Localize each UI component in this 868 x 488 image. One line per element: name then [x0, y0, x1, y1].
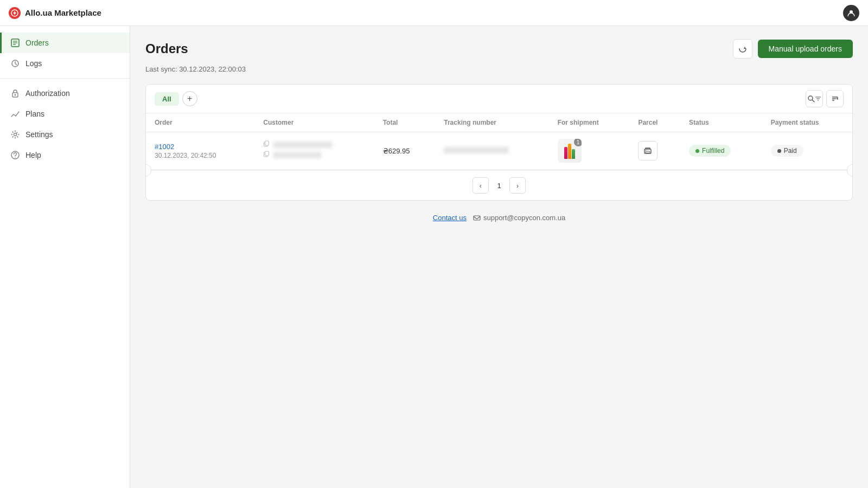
- svg-line-10: [15, 63, 17, 65]
- table-wrapper: Order Customer Total Tracking number For…: [146, 113, 852, 170]
- orders-table-card: All +: [145, 84, 853, 201]
- print-parcel-button[interactable]: [638, 141, 658, 160]
- col-status: Status: [680, 113, 762, 132]
- status-label: Fulfilled: [702, 147, 724, 155]
- print-icon: [643, 146, 652, 155]
- refresh-icon: [738, 44, 747, 53]
- header-actions: Manual upload orders: [733, 39, 853, 59]
- filter-bar: All +: [146, 85, 852, 113]
- help-icon: [10, 150, 20, 160]
- filter-tabs: All +: [155, 91, 197, 106]
- sidebar-logs-label: Logs: [25, 59, 42, 68]
- pagination: ‹ 1 ›: [146, 170, 852, 200]
- next-page-button[interactable]: ›: [509, 177, 526, 194]
- sidebar-item-plans[interactable]: Plans: [0, 104, 130, 124]
- shipment-cell: 1: [549, 132, 630, 170]
- brand-label: Allo.ua Marketplace: [25, 8, 101, 17]
- status-dot: [695, 149, 699, 153]
- sidebar: Orders Logs: [0, 26, 130, 488]
- item-1: [564, 147, 567, 159]
- payment-cell: Paid: [762, 132, 852, 170]
- sidebar-plans-label: Plans: [25, 110, 44, 118]
- col-total: Total: [374, 113, 436, 132]
- support-email: support@copycon.com.ua: [483, 214, 565, 222]
- contact-link[interactable]: Contact us: [433, 214, 467, 222]
- order-cell: #1002 30.12.2023, 20:42:50: [146, 132, 254, 170]
- sidebar-item-settings[interactable]: Settings: [0, 124, 130, 145]
- sidebar-orders-label: Orders: [25, 38, 49, 47]
- svg-point-15: [15, 157, 16, 158]
- authorization-icon: [10, 88, 20, 98]
- tracking-blurred: [444, 147, 509, 153]
- svg-point-13: [14, 133, 17, 136]
- search-filter-button[interactable]: [806, 90, 823, 107]
- payment-label: Paid: [784, 147, 797, 155]
- current-page: 1: [491, 177, 507, 194]
- table-row: #1002 30.12.2023, 20:42:50: [146, 132, 852, 170]
- svg-point-12: [15, 94, 16, 96]
- status-badge: Fulfilled: [689, 145, 731, 157]
- sidebar-help-label: Help: [25, 151, 41, 159]
- page-header: Orders Manual upload orders: [145, 39, 853, 59]
- copy-icon-email: [263, 151, 270, 159]
- orders-table: Order Customer Total Tracking number For…: [146, 113, 852, 170]
- page-title: Orders: [145, 41, 188, 56]
- shipment-count-badge: 1: [574, 139, 582, 146]
- svg-rect-25: [265, 141, 269, 145]
- tracking-cell: [435, 132, 548, 170]
- table-body: #1002 30.12.2023, 20:42:50: [146, 132, 852, 170]
- main-content: Orders Manual upload orders Last sync: 3…: [130, 26, 868, 488]
- topbar: Allo.ua Marketplace: [0, 0, 868, 26]
- brand-icon: [9, 7, 21, 19]
- sidebar-item-logs[interactable]: Logs: [0, 53, 130, 74]
- sidebar-item-orders[interactable]: Orders: [0, 33, 130, 53]
- order-date: 30.12.2023, 20:42:50: [155, 152, 246, 159]
- orders-icon: [10, 38, 20, 48]
- customer-name-row: [263, 140, 365, 149]
- sort-button[interactable]: [826, 90, 844, 107]
- customer-cell: [254, 132, 374, 170]
- customer-name-blurred: [273, 142, 333, 148]
- prev-page-button[interactable]: ‹: [473, 177, 489, 194]
- table-header: Order Customer Total Tracking number For…: [146, 113, 852, 132]
- item-3: [572, 149, 575, 159]
- manual-upload-button[interactable]: Manual upload orders: [758, 40, 853, 58]
- plans-icon: [10, 109, 20, 119]
- filter-add-button[interactable]: +: [182, 91, 197, 106]
- filter-icon: [815, 95, 821, 102]
- sidebar-item-help[interactable]: Help: [0, 145, 130, 165]
- payment-badge: Paid: [771, 145, 803, 157]
- settings-icon: [10, 130, 20, 139]
- item-2: [568, 144, 571, 159]
- col-tracking: Tracking number: [435, 113, 548, 132]
- user-avatar[interactable]: [843, 5, 859, 21]
- refresh-button[interactable]: [733, 39, 752, 59]
- logs-icon: [10, 59, 20, 68]
- order-id-link[interactable]: #1002: [155, 143, 174, 151]
- footer: Contact us support@copycon.com.ua: [145, 214, 853, 222]
- last-sync-text: Last sync: 30.12.2023, 22:00:03: [145, 65, 853, 73]
- scroll-controls: ‹ ›: [146, 170, 852, 170]
- sidebar-section-main: Orders Logs: [0, 33, 130, 74]
- svg-line-17: [812, 100, 814, 102]
- copy-icon-name: [263, 140, 270, 149]
- parcel-cell: [629, 132, 680, 170]
- brand: Allo.ua Marketplace: [9, 7, 101, 19]
- svg-rect-29: [646, 151, 650, 153]
- sidebar-item-authorization[interactable]: Authorization: [0, 83, 130, 104]
- sidebar-settings-label: Settings: [25, 130, 53, 139]
- col-parcel: Parcel: [629, 113, 680, 132]
- filter-tab-all[interactable]: All: [155, 92, 179, 106]
- sidebar-divider: [0, 78, 130, 79]
- svg-rect-31: [474, 216, 480, 220]
- footer-email: support@copycon.com.ua: [473, 214, 565, 222]
- email-icon: [473, 214, 481, 222]
- filter-icons: [806, 90, 844, 107]
- sidebar-authorization-label: Authorization: [25, 89, 70, 98]
- sort-icon: [831, 95, 839, 102]
- customer-email-blurred: [273, 152, 322, 158]
- shipment-items: [564, 143, 575, 159]
- customer-email-row: [263, 151, 365, 159]
- status-cell: Fulfilled: [680, 132, 762, 170]
- col-payment: Payment status: [762, 113, 852, 132]
